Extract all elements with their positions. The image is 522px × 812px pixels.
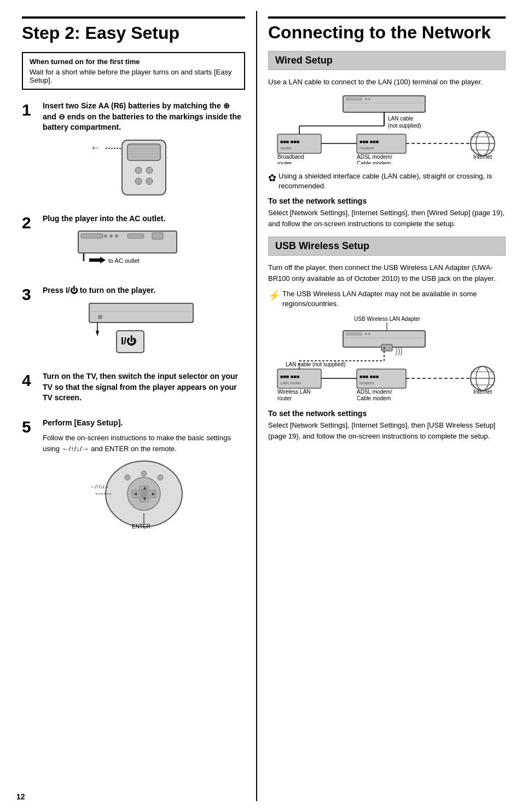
svg-point-9 (135, 178, 142, 185)
notice-title: When turned on for the first time (30, 57, 237, 66)
svg-text:Internet: Internet (473, 389, 492, 395)
right-column: Connecting to the Network Wired Setup Us… (257, 11, 517, 801)
player-power-image: I/⏻ (43, 301, 245, 357)
svg-text:←/↑/↓/→: ←/↑/↓/→ (90, 484, 109, 489)
svg-text:LAN router: LAN router (280, 381, 301, 385)
svg-rect-14 (81, 234, 103, 238)
svg-point-16 (109, 234, 113, 238)
remote-image: ▲ ▼ ◄ ► ←/↑/↓/→ ENTER (43, 458, 245, 531)
svg-text:USB Wireless LAN Adapter: USB Wireless LAN Adapter (354, 316, 421, 322)
svg-point-7 (135, 167, 142, 174)
svg-text:router: router (277, 160, 292, 164)
svg-text:■■■ ■■■: ■■■ ■■■ (359, 374, 379, 379)
svg-point-81 (368, 333, 370, 335)
svg-text:Internet: Internet (473, 154, 492, 160)
svg-point-15 (104, 234, 107, 238)
step-1-content: Insert two Size AA (R6) batteries by mat… (43, 101, 245, 204)
svg-text:ADSL modem/: ADSL modem/ (357, 389, 392, 395)
svg-point-41 (158, 475, 163, 480)
svg-rect-18 (127, 234, 144, 238)
svg-rect-23 (89, 303, 193, 323)
svg-text:LAN cable (not supplied): LAN cable (not supplied) (286, 361, 346, 367)
left-column: Step 2: Easy Setup When turned on for th… (5, 11, 257, 801)
usb-note-text: The USB Wireless LAN Adapter may not be … (282, 289, 506, 309)
svg-text:ENTER: ENTER (132, 523, 150, 529)
usb-setup-header: USB Wireless Setup (268, 237, 506, 256)
usb-settings-title: To set the network settings (268, 409, 506, 418)
step-4-content: Turn on the TV, then switch the input se… (43, 371, 245, 408)
step-5-text: Follow the on-screen instructions to mak… (43, 433, 245, 454)
svg-rect-1 (127, 144, 160, 160)
svg-text:modem: modem (359, 381, 374, 385)
usb-settings-text: Select [Network Settings], [Internet Set… (268, 420, 506, 441)
svg-text:Wireless LAN: Wireless LAN (277, 389, 311, 395)
player-power-svg: I/⏻ (84, 301, 204, 355)
page-number: 12 (16, 792, 25, 801)
svg-text:router: router (280, 146, 292, 151)
wired-settings-text: Select [Network Settings], [Internet Set… (268, 208, 506, 229)
step-1: 1 Insert two Size AA (R6) batteries by m… (22, 101, 245, 204)
player-ac-svg: to AC outlet (73, 228, 215, 269)
step-3-content: Press I/⏻ to turn on the player. I/⏻ (43, 285, 245, 361)
svg-marker-29 (96, 331, 99, 336)
svg-point-40 (141, 471, 147, 476)
svg-point-49 (365, 98, 367, 100)
battery-svg: +− (89, 137, 199, 198)
tip-icon: ✿ (268, 171, 276, 185)
wired-lan-svg: LAN cable (not supplied) ■■■ ■■■ router … (272, 93, 502, 164)
svg-point-39 (125, 475, 130, 480)
svg-rect-48 (346, 97, 362, 101)
svg-text:■■■ ■■■: ■■■ ■■■ (280, 139, 299, 145)
step-1-title: Insert two Size AA (R6) batteries by mat… (43, 101, 245, 133)
svg-point-25 (98, 315, 102, 319)
right-title: Connecting to the Network (268, 16, 506, 42)
wired-setup-body: Use a LAN cable to connect to the LAN (1… (268, 77, 506, 88)
svg-point-8 (146, 167, 153, 174)
svg-text:LAN cable: LAN cable (388, 116, 414, 122)
wired-settings-title: To set the network settings (268, 197, 506, 205)
wired-setup-header: Wired Setup (268, 51, 506, 70)
svg-point-17 (115, 234, 118, 238)
svg-marker-21 (89, 257, 106, 263)
usb-note: ⚡ The USB Wireless LAN Adapter may not b… (268, 289, 506, 309)
player-ac-image: to AC outlet (43, 228, 245, 271)
remote-svg: ▲ ▼ ◄ ► ←/↑/↓/→ ENTER (89, 458, 199, 529)
step-4-title: Turn on the TV, then switch the input se… (43, 371, 245, 404)
step-5-num: 5 (22, 418, 37, 536)
svg-text:Cable modem: Cable modem (357, 395, 391, 401)
step-3-num: 3 (22, 285, 37, 361)
svg-text:►: ► (151, 491, 156, 497)
svg-rect-82 (381, 344, 392, 351)
wired-lan-diagram: LAN cable (not supplied) ■■■ ■■■ router … (268, 93, 506, 166)
step-3: 3 Press I/⏻ to turn on the player. I/⏻ (22, 285, 245, 361)
svg-rect-19 (152, 233, 163, 239)
svg-text:+−: +− (92, 145, 98, 151)
battery-image: +− (43, 137, 245, 199)
svg-point-50 (368, 98, 370, 100)
svg-text:ADSL modem/: ADSL modem/ (357, 154, 392, 160)
svg-text:▼: ▼ (142, 496, 147, 502)
svg-text:))): ))) (395, 347, 403, 355)
usb-lan-diagram: USB Wireless LAN Adapter ))) LAN cable (… (268, 314, 506, 404)
notice-box: When turned on for the first time Wait f… (22, 52, 245, 90)
notice-text: Wait for a short while before the player… (30, 68, 237, 84)
svg-text:■■■ ■■■: ■■■ ■■■ (280, 374, 299, 379)
step-4: 4 Turn on the TV, then switch the input … (22, 371, 245, 408)
wired-tip: ✿ Using a shielded interface cable (LAN … (268, 171, 506, 191)
svg-rect-79 (346, 332, 362, 336)
step-2-content: Plug the player into the AC outlet. (43, 214, 245, 276)
svg-text:Cable modem: Cable modem (357, 160, 391, 164)
svg-text:router: router (277, 395, 292, 401)
svg-text:(not supplied): (not supplied) (388, 123, 421, 129)
svg-text:I/⏻: I/⏻ (121, 335, 136, 347)
step-2-title: Plug the player into the AC outlet. (43, 214, 245, 224)
wired-tip-text: Using a shielded interface cable (LAN ca… (279, 171, 506, 191)
svg-text:◄: ◄ (133, 491, 138, 497)
step-5-title: Perform [Easy Setup]. (43, 418, 245, 429)
note-icon: ⚡ (268, 289, 280, 303)
usb-section: USB Wireless Setup Turn off the player, … (268, 237, 506, 441)
left-title: Step 2: Easy Setup (22, 16, 245, 43)
svg-point-80 (365, 333, 367, 335)
svg-text:modem: modem (359, 146, 374, 151)
step-5-content: Perform [Easy Setup]. Follow the on-scre… (43, 418, 245, 536)
